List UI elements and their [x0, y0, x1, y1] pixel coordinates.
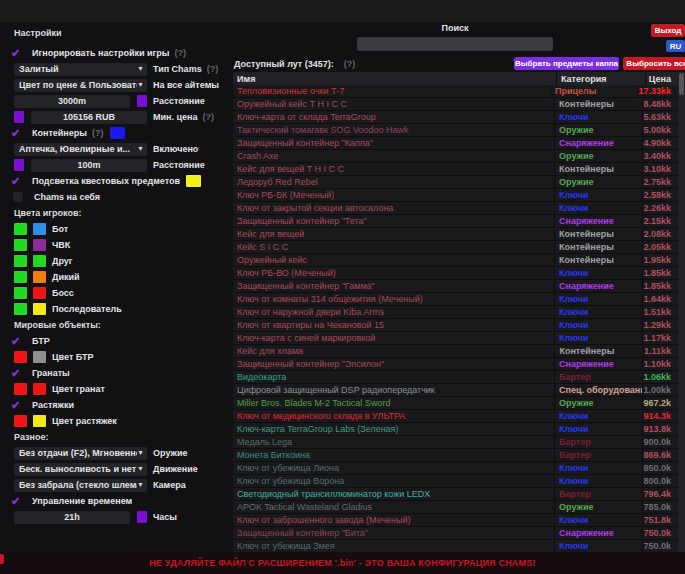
- exit-button[interactable]: Выход: [651, 24, 685, 37]
- table-row[interactable]: Ключ от убежища ЛионаКлючи850.0k: [233, 462, 678, 475]
- checkbox-checked-icon[interactable]: ✔: [11, 496, 26, 506]
- color-swatch-secondary[interactable]: [33, 271, 46, 283]
- dropdown[interactable]: Аптечка, Ювелирные и...▼: [14, 143, 147, 156]
- table-row[interactable]: Монета БиткоинаБартер869.6k: [233, 449, 678, 462]
- color-swatch-secondary[interactable]: [33, 383, 46, 395]
- color-swatch[interactable]: [186, 175, 201, 187]
- checkbox-unchecked[interactable]: [13, 192, 23, 202]
- item-name: Оружейный кейс: [233, 255, 554, 265]
- settings-title: Настройки: [14, 28, 231, 38]
- table-row[interactable]: Защищенный контейнер "Эпсилон"Снаряжение…: [233, 358, 678, 371]
- item-price: 850.0k: [642, 462, 678, 474]
- item-price: 913.8k: [642, 423, 678, 435]
- item-name: APOK Tactical Wasteland Gladius: [233, 502, 554, 512]
- table-row[interactable]: Кейс для вещейКонтейнеры2.08kk: [233, 228, 678, 241]
- table-row[interactable]: Цифровой защищенный DSP радиопередатчикС…: [233, 384, 678, 397]
- color-swatch-primary[interactable]: [14, 383, 27, 395]
- color-swatch-primary[interactable]: [14, 303, 27, 315]
- table-row[interactable]: Ключ от заброшенного завода (Меченый)Клю…: [233, 514, 678, 527]
- table-row[interactable]: Ключ от комнаты 314 общежития (Меченый)К…: [233, 293, 678, 306]
- text-input[interactable]: 3000m: [14, 95, 130, 108]
- table-row[interactable]: Ключ от квартиры на Чекановой 15Ключи1.2…: [233, 319, 678, 332]
- color-swatch-secondary[interactable]: [33, 303, 46, 315]
- dropdown[interactable]: Без забрала (стекло шлема)▼: [14, 479, 147, 492]
- search-input[interactable]: [357, 37, 553, 51]
- checkbox-checked-icon[interactable]: ✔: [11, 336, 26, 346]
- checkbox-checked-icon[interactable]: ✔: [11, 128, 26, 138]
- color-swatch[interactable]: [14, 159, 24, 171]
- table-row[interactable]: Ключ от медицинского склада в УЛЬТРАКлюч…: [233, 410, 678, 423]
- available-loot-hint: (?): [344, 59, 356, 69]
- table-row[interactable]: Ключ от наружной двери Kiba ArmsКлючи1.5…: [233, 306, 678, 319]
- color-swatch-primary[interactable]: [14, 351, 27, 363]
- checkbox-checked-icon[interactable]: ✔: [11, 48, 26, 58]
- settings-section-header: Разное:: [14, 432, 231, 442]
- dropdown[interactable]: Цвет по цене & Пользователь▼: [14, 79, 147, 92]
- table-scrollbar[interactable]: [678, 72, 685, 552]
- item-price: 1.10kk: [642, 358, 678, 370]
- color-swatch-secondary[interactable]: [33, 255, 46, 267]
- settings-panel: Настройки ✔Игнорировать настройки игры(?…: [7, 28, 231, 527]
- item-name: Ключ от убежища Ворона: [233, 476, 554, 486]
- color-swatch-secondary[interactable]: [33, 223, 46, 235]
- item-category: Контейнеры: [554, 98, 642, 110]
- table-row[interactable]: Ключ-карта TerraGroup Labs (Зеленая)Ключ…: [233, 423, 678, 436]
- item-name: Защищенный контейнер "Каппа": [233, 138, 554, 148]
- text-input[interactable]: 21h: [14, 511, 130, 524]
- table-row[interactable]: Ключ-карта от склада TerraGroupКлючи5.63…: [233, 111, 678, 124]
- color-swatch-secondary[interactable]: [33, 415, 46, 427]
- table-row[interactable]: Защищенный контейнер "Гамма"Снаряжение1.…: [233, 280, 678, 293]
- color-swatch-secondary[interactable]: [33, 287, 46, 299]
- table-row[interactable]: Ключ РБ-БК (Меченый)Ключи2.58kk: [233, 189, 678, 202]
- checkbox-checked-icon[interactable]: ✔: [11, 400, 26, 410]
- color-swatch-secondary[interactable]: [33, 351, 46, 363]
- table-row[interactable]: Защищенный контейнер "Тета"Снаряжение2.1…: [233, 215, 678, 228]
- item-name: Монета Биткоина: [233, 450, 554, 460]
- table-row[interactable]: Защищенный контейнер "Бита"Снаряжение750…: [233, 527, 678, 540]
- dropdown[interactable]: Без отдачи (F2), Мгновенное п▼: [14, 447, 147, 460]
- table-row[interactable]: Miller Bros. Blades M-2 Tactical SwordОр…: [233, 397, 678, 410]
- scrollbar-thumb[interactable]: [679, 73, 684, 95]
- color-swatch-primary[interactable]: [14, 255, 27, 267]
- checkbox-checked-icon[interactable]: ✔: [11, 176, 26, 186]
- dropdown[interactable]: Залитый▼: [14, 63, 147, 76]
- color-swatch-primary[interactable]: [14, 271, 27, 283]
- color-swatch[interactable]: [137, 511, 147, 523]
- color-swatch-primary[interactable]: [14, 415, 27, 427]
- table-row[interactable]: Кейс для вещей T H I C CКонтейнеры3.10kk: [233, 163, 678, 176]
- table-row[interactable]: Кейс для хламаКонтейнеры1.11kk: [233, 345, 678, 358]
- table-row[interactable]: Оружейный кейс T H I C CКонтейнеры8.48kk: [233, 98, 678, 111]
- table-row[interactable]: Ключ-карта с синей маркировкойКлючи1.17k…: [233, 332, 678, 345]
- table-row[interactable]: Светодиодный трансиллюминатор кожи LEDXБ…: [233, 488, 678, 501]
- table-row[interactable]: Тепловизионные очки Т-7Прицелы17.33kk: [233, 85, 678, 98]
- table-row[interactable]: ВидеокартаБартер1.06kk: [233, 371, 678, 384]
- table-row[interactable]: Ледоруб Red RebelОружие2.75kk: [233, 176, 678, 189]
- text-input[interactable]: 100m: [31, 159, 147, 172]
- checkbox-checked-icon[interactable]: ✔: [11, 368, 26, 378]
- color-swatch-primary[interactable]: [14, 239, 27, 251]
- table-row[interactable]: Ключ от убежища ЗмеяКлючи750.0k: [233, 540, 678, 552]
- color-swatch[interactable]: [14, 111, 24, 123]
- select-kappa-items-button[interactable]: Выбрать предметы каппа: [514, 57, 619, 70]
- table-row[interactable]: Ключ РБ-ВО (Меченый)Ключи1.85kk: [233, 267, 678, 280]
- table-row[interactable]: Тактический томагавк SOG Voodoo HawkОруж…: [233, 124, 678, 137]
- table-row[interactable]: Защищенный контейнер "Каппа"Снаряжение4.…: [233, 137, 678, 150]
- discard-all-button[interactable]: Выбросить все: [623, 57, 685, 70]
- table-row[interactable]: Ключ от убежища ВоронаКлючи800.0k: [233, 475, 678, 488]
- table-row[interactable]: Crash AxeОружие3.40kk: [233, 150, 678, 163]
- table-row[interactable]: Оружейный кейсКонтейнеры1.95kk: [233, 254, 678, 267]
- text-input[interactable]: 105156 RUB: [31, 111, 147, 124]
- color-swatch[interactable]: [110, 127, 125, 139]
- dropdown[interactable]: Беск. выносливость и нет уста▼: [14, 463, 147, 476]
- table-row[interactable]: APOK Tactical Wasteland GladiusОружие785…: [233, 501, 678, 514]
- table-row[interactable]: Ключ от закрытой секции автосалонаКлючи2…: [233, 202, 678, 215]
- color-swatch-secondary[interactable]: [33, 239, 46, 251]
- item-category: Бартер: [554, 449, 642, 461]
- item-price: 1.29kk: [642, 319, 678, 331]
- color-swatch[interactable]: [137, 95, 147, 107]
- table-row[interactable]: Кейс S I C CКонтейнеры2.05kk: [233, 241, 678, 254]
- table-row[interactable]: Медаль LegaБартер900.0k: [233, 436, 678, 449]
- color-swatch-primary[interactable]: [14, 223, 27, 235]
- color-swatch-primary[interactable]: [14, 287, 27, 299]
- language-button[interactable]: RU: [666, 40, 685, 52]
